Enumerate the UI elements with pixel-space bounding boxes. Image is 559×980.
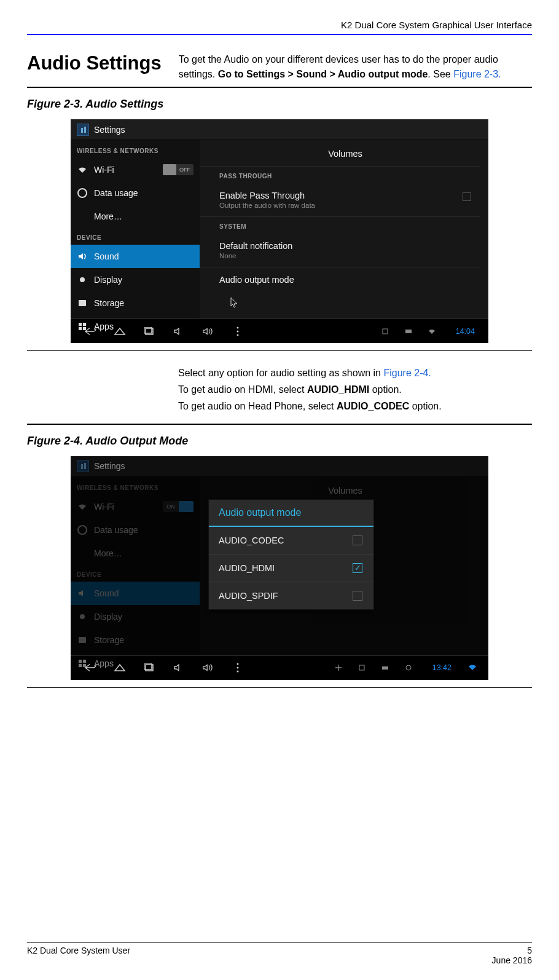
svg-rect-30 xyxy=(359,665,364,670)
home-icon[interactable] xyxy=(114,325,126,338)
status-icon-d2 xyxy=(405,665,412,671)
footer-page-number: 5 xyxy=(527,946,532,955)
cursor-icon xyxy=(230,297,482,308)
right-cat-system: SYSTEM xyxy=(200,217,480,234)
svg-point-2 xyxy=(78,189,87,197)
dialog-option-hdmi-label: AUDIO_HDMI xyxy=(219,563,275,573)
section-intro-text: To get the Audio on your different devic… xyxy=(179,52,532,82)
audio-output-mode-label: Audio output mode xyxy=(219,275,471,285)
dialog-codec-checkbox[interactable] xyxy=(353,535,362,545)
sidebar-item-wifi[interactable]: Wi-Fi OFF xyxy=(71,158,200,181)
svg-point-11 xyxy=(237,326,239,328)
dialog-hdmi-checkbox[interactable]: ✓ xyxy=(353,563,362,573)
status-icon-a xyxy=(382,328,388,334)
storage-icon xyxy=(77,298,88,309)
svg-rect-17 xyxy=(84,463,86,469)
right-row-audio-output-mode[interactable]: Audio output mode xyxy=(200,267,480,303)
vol-up-icon-2[interactable] xyxy=(202,662,214,674)
mid-l2b: option. xyxy=(369,384,401,395)
svg-rect-0 xyxy=(81,128,83,133)
wifi-label: Wi-Fi xyxy=(94,165,157,175)
mid-l3-bold: AUDIO_CODEC xyxy=(337,401,409,411)
settings-titlebar-2: Settings xyxy=(71,456,488,477)
svg-rect-5 xyxy=(79,323,82,326)
storage-label: Storage xyxy=(94,298,194,308)
dialog-option-hdmi[interactable]: AUDIO_HDMI ✓ xyxy=(209,555,373,582)
svg-point-12 xyxy=(237,330,239,332)
right-row-enable-pass-through[interactable]: Enable Pass Through Output the audio wit… xyxy=(200,183,480,217)
sidebar-item-data-usage[interactable]: Data usage xyxy=(71,181,200,205)
settings-title-2: Settings xyxy=(94,461,125,471)
mid-l3a: To get audio on Head Phone, select xyxy=(178,401,337,411)
figure-2-3-screenshot: Settings WIRELESS & NETWORKS Wi-Fi OFF xyxy=(71,119,488,343)
enable-pass-through-sub: Output the audio with raw data xyxy=(219,202,471,209)
svg-rect-4 xyxy=(79,300,86,306)
figure-rule-1 xyxy=(27,350,532,351)
footer-left: K2 Dual Core System User xyxy=(27,946,492,965)
default-notification-sub: None xyxy=(219,252,471,259)
wifi-toggle[interactable]: OFF xyxy=(163,164,194,175)
right-row-default-notification[interactable]: Default notification None xyxy=(200,234,480,267)
pass-through-checkbox[interactable] xyxy=(463,192,471,201)
sound-label: Sound xyxy=(94,251,194,261)
right-row-volumes[interactable]: Volumes xyxy=(200,141,480,167)
intro-link[interactable]: Figure 2-3. xyxy=(453,69,501,79)
svg-rect-7 xyxy=(79,327,82,330)
sidebar-item-display[interactable]: Display xyxy=(71,268,200,291)
status-icon-b2 xyxy=(359,665,365,671)
left-cat-device: DEVICE xyxy=(71,228,200,245)
intro-text-bold: Go to Settings > Sound > Audio output mo… xyxy=(218,69,428,79)
mid-l2a: To get audio on HDMI, select xyxy=(178,384,307,395)
figure-rule-2 xyxy=(27,687,532,688)
wifi-icon xyxy=(77,164,88,175)
svg-rect-1 xyxy=(84,127,86,133)
svg-point-27 xyxy=(237,663,239,665)
volumes-label: Volumes xyxy=(328,149,362,159)
vol-down-icon[interactable] xyxy=(173,325,185,338)
svg-rect-22 xyxy=(83,660,86,663)
figure-2-3-caption: Figure 2-3. Audio Settings xyxy=(27,98,532,111)
section-title: Audio Settings xyxy=(27,52,162,82)
section-rule xyxy=(27,87,532,88)
page-header-title: K2 Dual Core System Graphical User Inter… xyxy=(27,20,532,30)
mid-l1-link[interactable]: Figure 2-4. xyxy=(383,368,431,378)
svg-rect-23 xyxy=(79,664,82,667)
menu-icon-2[interactable] xyxy=(232,662,244,674)
more-label: More… xyxy=(94,211,194,221)
data-usage-icon xyxy=(77,188,88,199)
settings-right-panel: Volumes PASS THROUGH Enable Pass Through… xyxy=(200,140,488,318)
recent-icon[interactable] xyxy=(143,325,155,338)
apps-label-2: Apps xyxy=(94,658,194,668)
svg-rect-16 xyxy=(81,464,83,469)
back-icon[interactable] xyxy=(84,325,96,338)
sidebar-item-more[interactable]: More… xyxy=(71,205,200,228)
default-notification-label: Default notification xyxy=(219,241,471,251)
settings-icon xyxy=(77,124,89,136)
dialog-option-codec[interactable]: AUDIO_CODEC xyxy=(209,527,373,555)
footer-date: June 2016 xyxy=(492,955,532,965)
display-label: Display xyxy=(94,275,194,285)
mid-l3b: option. xyxy=(409,401,441,411)
vol-up-icon[interactable] xyxy=(202,325,214,338)
left-cat-wireless: WIRELESS & NETWORKS xyxy=(71,141,200,158)
dialog-option-spdif-label: AUDIO_SPDIF xyxy=(219,591,278,601)
svg-point-13 xyxy=(237,334,239,336)
figure-2-4-caption: Figure 2-4. Audio Output Mode xyxy=(27,435,532,448)
sidebar-item-storage[interactable]: Storage xyxy=(71,291,200,315)
dialog-option-spdif[interactable]: AUDIO_SPDIF xyxy=(209,582,373,609)
section-rule-2 xyxy=(27,424,532,425)
menu-icon[interactable] xyxy=(232,325,244,338)
data-usage-label: Data usage xyxy=(94,188,194,198)
dialog-spdif-checkbox[interactable] xyxy=(353,591,362,601)
settings-left-panel: WIRELESS & NETWORKS Wi-Fi OFF Data usage xyxy=(71,140,200,318)
svg-rect-31 xyxy=(382,666,388,670)
svg-rect-15 xyxy=(405,330,412,333)
settings-titlebar: Settings xyxy=(71,119,488,140)
sidebar-item-sound[interactable]: Sound xyxy=(71,245,200,268)
blank-icon xyxy=(77,211,88,222)
status-icon-c2 xyxy=(382,665,388,671)
dialog-title: Audio output mode xyxy=(209,500,373,527)
svg-rect-24 xyxy=(83,664,86,667)
svg-rect-14 xyxy=(383,329,388,334)
clock: 14:04 xyxy=(456,327,475,336)
